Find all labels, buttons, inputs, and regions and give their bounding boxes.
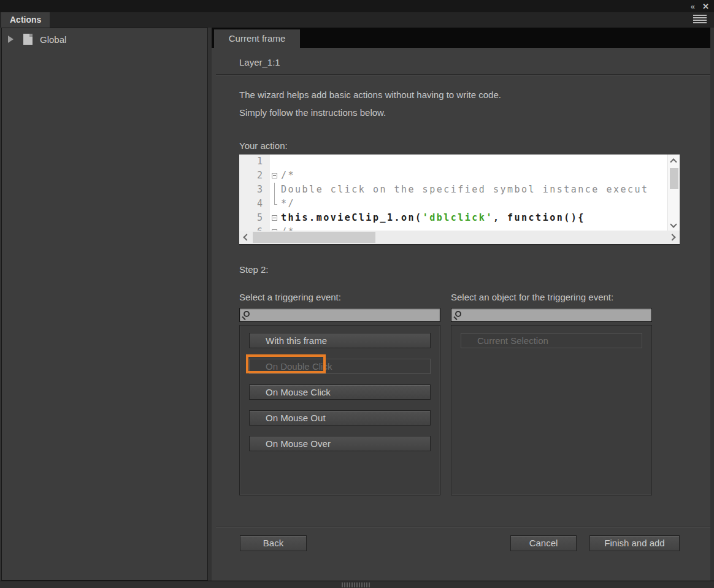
trigger-event-label: Select a triggering event: (239, 292, 341, 302)
scroll-left-icon[interactable] (243, 234, 250, 240)
event-option-on-mouse-click[interactable]: On Mouse Click (249, 384, 431, 400)
layer-label: Layer_1:1 (239, 57, 280, 67)
horizontal-scrollbar[interactable] (239, 231, 680, 244)
fold-toggle-icon[interactable] (270, 211, 281, 225)
document-icon (23, 34, 33, 45)
separator (216, 527, 710, 528)
code-text: , function(){ (493, 212, 585, 223)
wizard-intro-line1: The wizard helps add basic actions witho… (239, 90, 501, 100)
panel-menu-icon[interactable] (693, 15, 707, 25)
object-option-current-selection[interactable]: Current Selection (461, 333, 642, 348)
fold-toggle-icon[interactable] (270, 169, 281, 183)
code-line: 1 (239, 155, 680, 169)
actions-panel-window: « ✕ Actions Global Current frame Layer_1… (0, 0, 714, 588)
vertical-scroll-thumb[interactable] (670, 168, 678, 189)
panel-tab-row: Actions (0, 12, 714, 28)
frame-tab-bar: Current frame (212, 28, 710, 48)
code-line: 2 /* (239, 169, 680, 183)
code-line: 5 this.movieClip_1.on('dblclick', functi… (239, 211, 680, 225)
code-text: */ (281, 198, 295, 209)
search-icon (455, 311, 461, 317)
fold-margin (270, 197, 281, 211)
trigger-object-label: Select an object for the triggering even… (451, 292, 613, 302)
scroll-up-icon[interactable] (670, 158, 677, 165)
code-text: this.movieClip_1.on( (281, 212, 423, 223)
cancel-button[interactable]: Cancel (510, 535, 577, 551)
event-option-on-double-click[interactable]: On Double Click (249, 359, 431, 374)
event-search-box[interactable] (239, 308, 440, 322)
resize-grip[interactable] (342, 582, 370, 587)
code-line: 4 */ (239, 197, 680, 211)
scroll-down-icon[interactable] (670, 221, 677, 227)
line-number: 4 (239, 197, 270, 211)
vertical-scrollbar[interactable] (667, 155, 680, 232)
code-line: 3 Double click on the specified symbol i… (239, 183, 680, 197)
tree-item-label: Global (40, 34, 66, 45)
scroll-right-icon[interactable] (669, 234, 675, 240)
line-number: 3 (239, 183, 270, 197)
separator (216, 74, 710, 75)
tab-current-frame[interactable]: Current frame (214, 29, 300, 48)
line-number: 2 (239, 169, 270, 183)
event-list: With this frame On Double Click On Mouse… (239, 325, 440, 495)
code-text: /* (281, 170, 295, 181)
script-tree-panel: Global (1, 28, 208, 581)
fold-margin (270, 183, 281, 197)
tab-actions[interactable]: Actions (1, 12, 50, 28)
search-icon (244, 311, 250, 317)
close-icon[interactable]: ✕ (702, 2, 709, 11)
horizontal-scroll-thumb[interactable] (253, 232, 375, 243)
finish-and-add-button[interactable]: Finish and add (589, 535, 680, 551)
bottom-resize-bar (0, 581, 714, 588)
code-editor[interactable]: 1 2 /* 3 Double click on the specified s… (239, 155, 680, 245)
code-view: 1 2 /* 3 Double click on the specified s… (239, 155, 680, 232)
wizard-intro-line2: Simply follow the instructions below. (239, 107, 386, 118)
fold-margin (270, 155, 281, 169)
code-text: Double click on the specified symbol ins… (281, 184, 649, 195)
code-string: 'dblclick' (423, 212, 493, 223)
object-list: Current Selection (451, 325, 652, 495)
wizard-panel: Current frame Layer_1:1 The wizard helps… (212, 28, 710, 581)
event-search-input[interactable] (255, 308, 437, 321)
step-label: Step 2: (239, 264, 269, 275)
line-number: 5 (239, 211, 270, 225)
title-bar: « ✕ (0, 0, 714, 12)
object-search-input[interactable] (466, 308, 649, 321)
object-search-box[interactable] (451, 308, 652, 322)
expand-arrow-icon[interactable] (8, 36, 13, 43)
event-option-on-mouse-out[interactable]: On Mouse Out (249, 410, 431, 426)
your-action-label: Your action: (239, 140, 288, 151)
event-option-on-mouse-over[interactable]: On Mouse Over (249, 436, 431, 451)
event-option-with-this-frame[interactable]: With this frame (249, 333, 431, 348)
collapse-panel-icon[interactable]: « (691, 2, 694, 11)
line-number: 1 (239, 155, 270, 169)
back-button[interactable]: Back (240, 535, 307, 551)
tree-item-global[interactable]: Global (2, 32, 207, 47)
